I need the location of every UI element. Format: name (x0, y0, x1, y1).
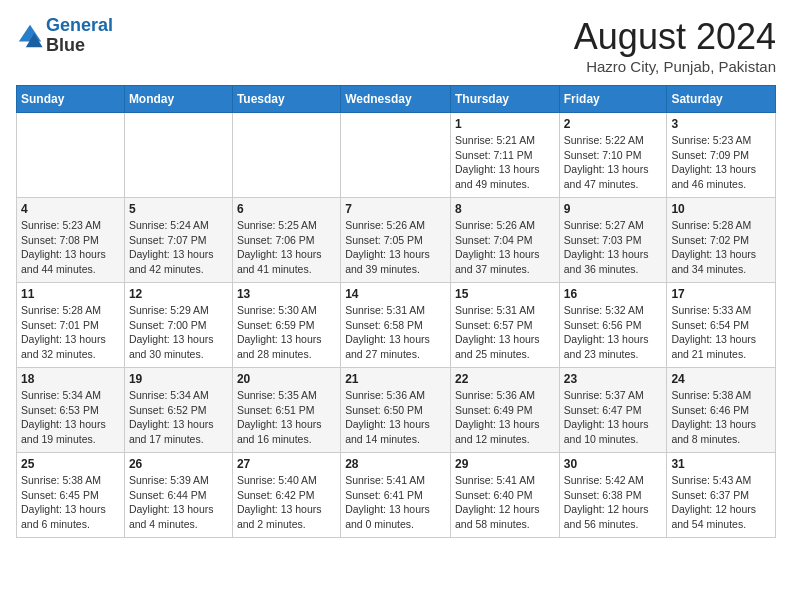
day-info: Sunrise: 5:32 AM Sunset: 6:56 PM Dayligh… (564, 303, 663, 362)
calendar-cell: 22Sunrise: 5:36 AM Sunset: 6:49 PM Dayli… (450, 368, 559, 453)
day-info: Sunrise: 5:41 AM Sunset: 6:41 PM Dayligh… (345, 473, 446, 532)
day-info: Sunrise: 5:27 AM Sunset: 7:03 PM Dayligh… (564, 218, 663, 277)
day-info: Sunrise: 5:29 AM Sunset: 7:00 PM Dayligh… (129, 303, 228, 362)
calendar-cell: 4Sunrise: 5:23 AM Sunset: 7:08 PM Daylig… (17, 198, 125, 283)
logo-text: General Blue (46, 16, 113, 56)
day-number: 3 (671, 117, 771, 131)
calendar-cell: 2Sunrise: 5:22 AM Sunset: 7:10 PM Daylig… (559, 113, 667, 198)
day-info: Sunrise: 5:23 AM Sunset: 7:09 PM Dayligh… (671, 133, 771, 192)
day-info: Sunrise: 5:28 AM Sunset: 7:01 PM Dayligh… (21, 303, 120, 362)
day-info: Sunrise: 5:38 AM Sunset: 6:45 PM Dayligh… (21, 473, 120, 532)
calendar-cell: 6Sunrise: 5:25 AM Sunset: 7:06 PM Daylig… (232, 198, 340, 283)
calendar-cell: 13Sunrise: 5:30 AM Sunset: 6:59 PM Dayli… (232, 283, 340, 368)
logo: General Blue (16, 16, 113, 56)
calendar-cell: 29Sunrise: 5:41 AM Sunset: 6:40 PM Dayli… (450, 453, 559, 538)
day-info: Sunrise: 5:34 AM Sunset: 6:52 PM Dayligh… (129, 388, 228, 447)
day-info: Sunrise: 5:36 AM Sunset: 6:49 PM Dayligh… (455, 388, 555, 447)
day-number: 21 (345, 372, 446, 386)
weekday-header-wednesday: Wednesday (341, 86, 451, 113)
page-header: General Blue August 2024 Hazro City, Pun… (16, 16, 776, 75)
calendar-cell (341, 113, 451, 198)
calendar-cell (232, 113, 340, 198)
calendar-cell: 14Sunrise: 5:31 AM Sunset: 6:58 PM Dayli… (341, 283, 451, 368)
day-info: Sunrise: 5:30 AM Sunset: 6:59 PM Dayligh… (237, 303, 336, 362)
day-info: Sunrise: 5:35 AM Sunset: 6:51 PM Dayligh… (237, 388, 336, 447)
weekday-header-tuesday: Tuesday (232, 86, 340, 113)
calendar-cell: 17Sunrise: 5:33 AM Sunset: 6:54 PM Dayli… (667, 283, 776, 368)
day-info: Sunrise: 5:31 AM Sunset: 6:58 PM Dayligh… (345, 303, 446, 362)
day-number: 29 (455, 457, 555, 471)
day-number: 17 (671, 287, 771, 301)
day-info: Sunrise: 5:34 AM Sunset: 6:53 PM Dayligh… (21, 388, 120, 447)
calendar-cell (124, 113, 232, 198)
logo-line1: General (46, 15, 113, 35)
day-number: 4 (21, 202, 120, 216)
day-number: 23 (564, 372, 663, 386)
day-info: Sunrise: 5:31 AM Sunset: 6:57 PM Dayligh… (455, 303, 555, 362)
day-info: Sunrise: 5:26 AM Sunset: 7:05 PM Dayligh… (345, 218, 446, 277)
day-info: Sunrise: 5:23 AM Sunset: 7:08 PM Dayligh… (21, 218, 120, 277)
day-number: 20 (237, 372, 336, 386)
day-info: Sunrise: 5:25 AM Sunset: 7:06 PM Dayligh… (237, 218, 336, 277)
weekday-header-sunday: Sunday (17, 86, 125, 113)
calendar-cell: 1Sunrise: 5:21 AM Sunset: 7:11 PM Daylig… (450, 113, 559, 198)
day-number: 14 (345, 287, 446, 301)
calendar-cell: 9Sunrise: 5:27 AM Sunset: 7:03 PM Daylig… (559, 198, 667, 283)
calendar-cell: 11Sunrise: 5:28 AM Sunset: 7:01 PM Dayli… (17, 283, 125, 368)
calendar-cell: 7Sunrise: 5:26 AM Sunset: 7:05 PM Daylig… (341, 198, 451, 283)
day-number: 16 (564, 287, 663, 301)
day-info: Sunrise: 5:26 AM Sunset: 7:04 PM Dayligh… (455, 218, 555, 277)
calendar-cell (17, 113, 125, 198)
calendar-cell: 5Sunrise: 5:24 AM Sunset: 7:07 PM Daylig… (124, 198, 232, 283)
calendar-cell: 23Sunrise: 5:37 AM Sunset: 6:47 PM Dayli… (559, 368, 667, 453)
calendar-cell: 21Sunrise: 5:36 AM Sunset: 6:50 PM Dayli… (341, 368, 451, 453)
calendar-cell: 18Sunrise: 5:34 AM Sunset: 6:53 PM Dayli… (17, 368, 125, 453)
day-info: Sunrise: 5:42 AM Sunset: 6:38 PM Dayligh… (564, 473, 663, 532)
day-number: 5 (129, 202, 228, 216)
day-info: Sunrise: 5:22 AM Sunset: 7:10 PM Dayligh… (564, 133, 663, 192)
calendar-cell: 31Sunrise: 5:43 AM Sunset: 6:37 PM Dayli… (667, 453, 776, 538)
day-number: 7 (345, 202, 446, 216)
day-info: Sunrise: 5:40 AM Sunset: 6:42 PM Dayligh… (237, 473, 336, 532)
day-number: 18 (21, 372, 120, 386)
calendar-cell: 3Sunrise: 5:23 AM Sunset: 7:09 PM Daylig… (667, 113, 776, 198)
day-number: 6 (237, 202, 336, 216)
calendar-cell: 28Sunrise: 5:41 AM Sunset: 6:41 PM Dayli… (341, 453, 451, 538)
day-info: Sunrise: 5:39 AM Sunset: 6:44 PM Dayligh… (129, 473, 228, 532)
logo-line2: Blue (46, 36, 113, 56)
day-info: Sunrise: 5:24 AM Sunset: 7:07 PM Dayligh… (129, 218, 228, 277)
calendar-cell: 25Sunrise: 5:38 AM Sunset: 6:45 PM Dayli… (17, 453, 125, 538)
day-number: 1 (455, 117, 555, 131)
day-info: Sunrise: 5:21 AM Sunset: 7:11 PM Dayligh… (455, 133, 555, 192)
calendar-cell: 12Sunrise: 5:29 AM Sunset: 7:00 PM Dayli… (124, 283, 232, 368)
day-info: Sunrise: 5:28 AM Sunset: 7:02 PM Dayligh… (671, 218, 771, 277)
day-number: 2 (564, 117, 663, 131)
calendar-cell: 26Sunrise: 5:39 AM Sunset: 6:44 PM Dayli… (124, 453, 232, 538)
calendar-cell: 24Sunrise: 5:38 AM Sunset: 6:46 PM Dayli… (667, 368, 776, 453)
calendar-cell: 16Sunrise: 5:32 AM Sunset: 6:56 PM Dayli… (559, 283, 667, 368)
calendar-cell: 15Sunrise: 5:31 AM Sunset: 6:57 PM Dayli… (450, 283, 559, 368)
calendar-cell: 30Sunrise: 5:42 AM Sunset: 6:38 PM Dayli… (559, 453, 667, 538)
day-number: 28 (345, 457, 446, 471)
day-number: 26 (129, 457, 228, 471)
day-info: Sunrise: 5:37 AM Sunset: 6:47 PM Dayligh… (564, 388, 663, 447)
calendar-cell: 20Sunrise: 5:35 AM Sunset: 6:51 PM Dayli… (232, 368, 340, 453)
day-number: 8 (455, 202, 555, 216)
day-info: Sunrise: 5:43 AM Sunset: 6:37 PM Dayligh… (671, 473, 771, 532)
day-info: Sunrise: 5:38 AM Sunset: 6:46 PM Dayligh… (671, 388, 771, 447)
day-number: 27 (237, 457, 336, 471)
calendar-cell: 8Sunrise: 5:26 AM Sunset: 7:04 PM Daylig… (450, 198, 559, 283)
day-number: 22 (455, 372, 555, 386)
day-number: 10 (671, 202, 771, 216)
weekday-header-saturday: Saturday (667, 86, 776, 113)
weekday-header-friday: Friday (559, 86, 667, 113)
day-number: 12 (129, 287, 228, 301)
title-block: August 2024 Hazro City, Punjab, Pakistan (574, 16, 776, 75)
day-number: 9 (564, 202, 663, 216)
day-info: Sunrise: 5:36 AM Sunset: 6:50 PM Dayligh… (345, 388, 446, 447)
day-number: 25 (21, 457, 120, 471)
location: Hazro City, Punjab, Pakistan (574, 58, 776, 75)
logo-icon (16, 22, 44, 50)
calendar-cell: 19Sunrise: 5:34 AM Sunset: 6:52 PM Dayli… (124, 368, 232, 453)
day-number: 31 (671, 457, 771, 471)
